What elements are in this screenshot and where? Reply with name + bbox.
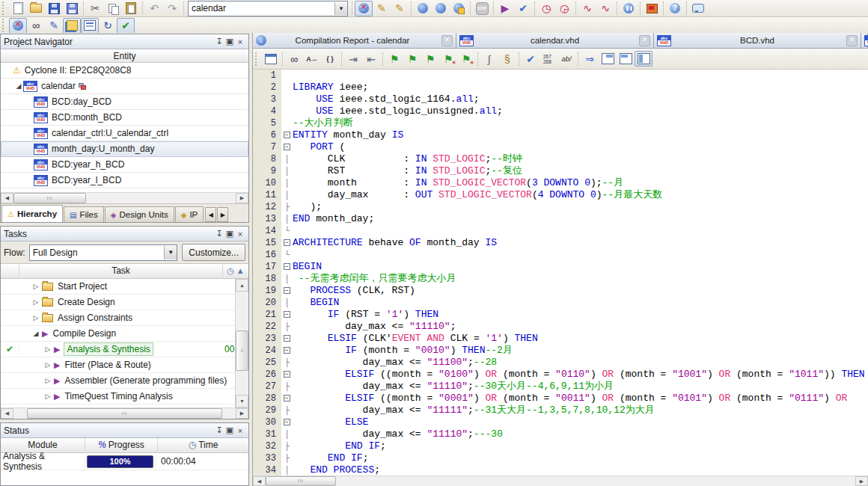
close-icon[interactable]: ×: [235, 426, 245, 435]
scroll-right-icon[interactable]: ▶: [236, 408, 248, 419]
fold-marker-icon[interactable]: −: [281, 345, 293, 357]
timequest-icon[interactable]: ◷: [537, 1, 555, 16]
tree-item-calendar-ctrl-u-calendar-ctrl[interactable]: calendar_ctrl:U_calendar_ctrl: [1, 126, 248, 141]
code-line[interactable]: 1: [253, 70, 868, 81]
code-line[interactable]: 26− ELSIF ((month = "0100") OR (month = …: [253, 369, 868, 381]
replace-icon[interactable]: A↔: [303, 51, 321, 67]
code-line[interactable]: 5--大小月判断: [253, 117, 868, 129]
start-compilation-icon[interactable]: ▶: [496, 1, 514, 16]
navigator-hscrollbar[interactable]: ◀ III ▶: [1, 192, 248, 203]
settings-icon[interactable]: [9, 18, 27, 34]
close-tab-icon[interactable]: ✕: [441, 35, 453, 46]
programmer-icon[interactable]: [643, 1, 661, 16]
document-tab-partial[interactable]: [861, 33, 868, 48]
code-line[interactable]: 23− ELSIF (CLK'EVENT AND CLK = '1') THEN: [253, 333, 868, 345]
new-file-icon[interactable]: [9, 1, 27, 16]
start-analysis-synthesis-icon[interactable]: ✔: [514, 1, 532, 16]
fold-marker-icon[interactable]: −: [281, 129, 293, 141]
navigator-tab-files[interactable]: ▤Files: [64, 206, 104, 222]
code-line[interactable]: 33├ END IF;: [253, 452, 868, 464]
code-line[interactable]: 29├ day_max <= "11111";--31天大月--1,3,5,7,…: [253, 405, 868, 416]
rtl-wave-icon[interactable]: ∿: [596, 1, 614, 16]
task-row-compile-design[interactable]: ◢▶Compile Design: [1, 326, 248, 342]
navigator-tab-design-units[interactable]: ◈Design Units: [105, 206, 174, 222]
code-line[interactable]: 17−BEGIN: [253, 261, 868, 273]
toolbar-handle[interactable]: [2, 19, 7, 32]
code-line[interactable]: 3 USE ieee.std_logic_1164.all;: [253, 93, 868, 105]
task-row-timequest-timing-analysis[interactable]: ▷▶TimeQuest Timing Analysis: [1, 389, 248, 405]
scroll-down-icon[interactable]: ▼: [236, 395, 248, 407]
chevron-down-icon[interactable]: ▼: [164, 246, 177, 259]
float-icon[interactable]: ▣: [224, 425, 235, 435]
fold-marker-icon[interactable]: −: [281, 416, 293, 428]
chip-planner-icon[interactable]: [414, 1, 432, 16]
decrease-indent-icon[interactable]: ⇤: [362, 51, 380, 67]
tree-item-bcd-month-bcd[interactable]: BCD:month_BCD: [1, 110, 248, 126]
close-tab-icon[interactable]: ✕: [639, 35, 650, 46]
edit-settings-icon[interactable]: ✎: [45, 18, 63, 34]
navigator-tab-ip[interactable]: ◆IP: [175, 206, 204, 222]
tree-item-bcd-day-bcd[interactable]: BCD:day_BCD: [1, 94, 248, 110]
insert-template-icon[interactable]: §: [498, 51, 516, 67]
scroll-thumb[interactable]: III: [266, 476, 336, 486]
split-view-2-icon[interactable]: [617, 51, 635, 67]
code-line[interactable]: 32├ END IF;: [253, 440, 868, 452]
split-view-1-icon[interactable]: [599, 51, 617, 67]
fold-marker-icon[interactable]: −: [281, 285, 293, 297]
pin-planner-icon[interactable]: ✎: [391, 1, 409, 16]
time-column-header[interactable]: ◷Time: [158, 438, 248, 452]
code-line[interactable]: 4 USE ieee.std_logic_unsigned.all;: [253, 105, 868, 117]
scroll-thumb[interactable]: ≡: [236, 330, 248, 371]
code-line[interactable]: 8│ CLK : IN STD_LOGIC;--时钟: [253, 153, 868, 165]
scroll-left-icon[interactable]: ◀: [1, 193, 13, 203]
code-line[interactable]: 7− PORT (: [253, 141, 868, 153]
fold-marker-icon[interactable]: −: [281, 309, 293, 321]
task-row-create-design[interactable]: ▷Create Design: [1, 295, 248, 310]
expand-arrow-icon[interactable]: ▷: [31, 283, 40, 290]
open-file-icon[interactable]: [27, 1, 45, 16]
task-row-start-project[interactable]: ▷Start Project: [1, 279, 248, 295]
task-row-assembler-generate-programming-files[interactable]: ▷▶Assembler (Generate programming files): [1, 373, 248, 389]
code-line[interactable]: 22├ day_max <= "11110";: [253, 321, 868, 333]
pause-net-icon[interactable]: [620, 1, 638, 16]
scroll-right-icon[interactable]: ▶: [855, 476, 868, 486]
previous-bookmark-icon[interactable]: ⚑: [421, 51, 439, 67]
code-line[interactable]: 21− IF (RST = '1') THEN: [253, 309, 868, 321]
code-line[interactable]: 19− PROCESS (CLK, RST): [253, 285, 868, 297]
code-line[interactable]: 14└: [253, 225, 868, 237]
scroll-right-icon[interactable]: ▶: [236, 193, 248, 203]
document-tab-compilation-report-calendar[interactable]: Compilation Report - calendar✕: [253, 33, 456, 48]
customize-button[interactable]: Customize...: [182, 244, 245, 261]
code-line[interactable]: 34│ END PROCESS;: [253, 464, 868, 476]
simulation-wave-icon[interactable]: ∿: [578, 1, 596, 16]
pin-icon[interactable]: ↧: [214, 37, 224, 46]
time-column-icon[interactable]: ◷ ▲: [222, 264, 248, 278]
code-line[interactable]: 24− IF (month = "0010") THEN--2月: [253, 345, 868, 357]
code-line[interactable]: 6−ENTITY month_day IS: [253, 129, 868, 141]
tabs-scroll-left-icon[interactable]: ◀: [205, 207, 216, 222]
delete-bookmark-icon[interactable]: ⚑×: [439, 51, 457, 67]
task-column-header[interactable]: Task: [19, 264, 222, 278]
refresh-icon[interactable]: ↻: [99, 18, 117, 34]
feedback-icon[interactable]: [689, 1, 707, 16]
fold-marker-icon[interactable]: −: [281, 261, 293, 273]
float-icon[interactable]: ▣: [224, 37, 235, 46]
code-line[interactable]: 31│ day_max <= "11110";---30: [253, 428, 868, 440]
comment-icon[interactable]: [557, 51, 575, 67]
code-line[interactable]: 15−ARCHITECTURE behave OF month_day IS: [253, 237, 868, 249]
copy-icon[interactable]: [104, 1, 122, 16]
code-line[interactable]: 30− ELSE: [253, 416, 868, 428]
customize-display-icon[interactable]: [262, 51, 280, 67]
expand-arrow-icon[interactable]: ◢: [31, 330, 40, 337]
code-line[interactable]: 25├ day_max <= "11100";--28: [253, 357, 868, 369]
design-check-icon[interactable]: ✔: [117, 18, 135, 34]
pin-icon[interactable]: ↧: [214, 425, 224, 435]
float-icon[interactable]: ▣: [224, 229, 235, 239]
tabs-scroll-right-icon[interactable]: ▶: [217, 207, 228, 222]
code-line[interactable]: 13│END month_day;: [253, 213, 868, 225]
expand-arrow-icon[interactable]: ▷: [43, 377, 52, 384]
expand-arrow-icon[interactable]: ▷: [43, 361, 52, 369]
scroll-thumb[interactable]: III: [27, 408, 222, 419]
fold-marker-icon[interactable]: −: [281, 369, 293, 381]
messages-icon[interactable]: [81, 18, 99, 34]
